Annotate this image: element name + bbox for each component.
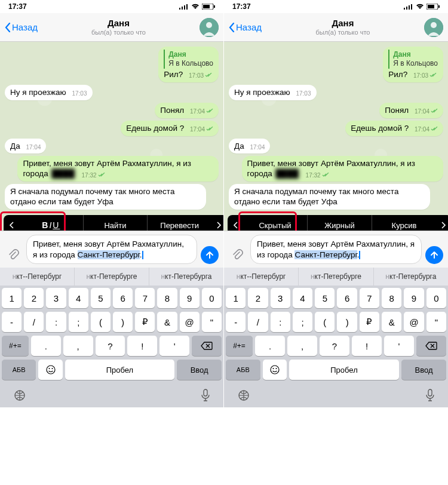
key-rparen[interactable]: ) [113,312,133,332]
key-enter[interactable]: Ввод [177,360,222,380]
key-quote[interactable]: " [202,312,222,332]
key-3[interactable]: 3 [46,288,66,308]
key-question[interactable]: ? [320,336,349,356]
key-semicolon[interactable]: ; [69,312,88,332]
globe-button[interactable] [13,389,26,402]
message-in[interactable]: Ну я проезжаю 17:03 [5,85,93,100]
globe-button[interactable] [237,389,250,402]
key-4[interactable]: 4 [293,288,312,308]
key-rparen[interactable]: ) [337,312,357,332]
message-out[interactable]: Понял 17:04 [379,103,443,118]
context-item-find[interactable]: Найти [83,215,148,231]
key-symbols[interactable]: #+= [2,336,29,356]
key-apostrophe[interactable]: ' [384,336,414,356]
message-in[interactable]: Да 17:04 [229,139,270,154]
key-9[interactable]: 9 [180,288,200,308]
context-menu-next[interactable] [436,222,448,229]
suggestion[interactable]: нкт-Петербурге [75,268,149,286]
key-at[interactable]: @ [180,312,200,332]
key-period[interactable]: . [31,336,61,356]
message-in[interactable]: Я сначала подумал почему так много места… [229,184,430,210]
key-dash[interactable]: - [2,312,22,332]
key-symbols[interactable]: #+= [226,336,253,356]
message-out[interactable]: Едешь домой ? 17:04 [345,121,443,136]
key-apostrophe[interactable]: ' [159,336,189,356]
message-input[interactable]: Привет, меня зовут Артём Рахматуллин, я … [250,235,422,264]
key-quote[interactable]: " [426,312,446,332]
message-input[interactable]: Привет, меня зовут Артём Рахматуллин, я … [26,235,197,264]
key-exclaim[interactable]: ! [127,336,157,356]
message-out[interactable]: Привет, меня зовут Артём Рахматуллин, я … [17,156,219,182]
key-5[interactable]: 5 [91,288,111,308]
key-colon[interactable]: : [271,312,290,332]
avatar[interactable] [424,18,443,37]
context-menu[interactable]: BIU Найти Перевести [4,215,223,231]
message-in[interactable]: Да 17:04 [5,139,46,154]
key-2[interactable]: 2 [24,288,44,308]
key-lparen[interactable]: ( [91,312,111,332]
key-period[interactable]: . [255,336,285,356]
attach-button[interactable] [229,246,247,264]
suggestion[interactable]: нкт-Петербурге [299,268,373,286]
key-7[interactable]: 7 [360,288,379,308]
send-button[interactable] [201,246,219,264]
suggestion[interactable]: нкт-Петербурга [374,268,448,286]
chat-title-wrap[interactable]: Даня был(а) только что [316,19,370,36]
back-button[interactable]: Назад [5,22,38,32]
chat-area[interactable]: Даня Я в Кольцово Рил? 17:03 Ну я проезж… [0,42,223,231]
key-lparen[interactable]: ( [315,312,335,332]
key-9[interactable]: 9 [404,288,424,308]
key-0[interactable]: 0 [426,288,446,308]
key-3[interactable]: 3 [271,288,290,308]
key-5[interactable]: 5 [315,288,335,308]
send-button[interactable] [425,246,443,264]
message-out-reply[interactable]: Даня Я в Кольцово Рил? 17:03 [158,47,219,82]
key-enter[interactable]: Ввод [401,360,446,380]
suggestion[interactable]: нкт-Петербурга [149,268,223,286]
key-exclaim[interactable]: ! [352,336,382,356]
message-out-reply[interactable]: Даня Я в Кольцово Рил? 17:03 [383,47,443,82]
suggestion[interactable]: ннкт--Петербургкт--Петербург [0,268,75,286]
key-semicolon[interactable]: ; [293,312,312,332]
key-space[interactable]: Пробел [289,360,399,380]
key-emoji[interactable] [38,360,62,380]
key-0[interactable]: 0 [202,288,222,308]
key-comma[interactable]: , [63,336,93,356]
key-dash[interactable]: - [226,312,246,332]
key-abv[interactable]: АБВ [2,360,36,380]
key-slash[interactable]: / [24,312,44,332]
context-item-translate[interactable]: Перевести [147,215,211,231]
key-space[interactable]: Пробел [65,360,175,380]
key-amp[interactable]: & [157,312,177,332]
key-slash[interactable]: / [248,312,268,332]
dictation-button[interactable] [201,389,210,402]
context-menu-next[interactable] [211,222,223,229]
avatar[interactable] [200,18,219,37]
key-emoji[interactable] [263,360,287,380]
key-6[interactable]: 6 [113,288,133,308]
chat-area[interactable]: Даня Я в Кольцово Рил? 17:03 Ну я проезж… [224,42,448,231]
key-colon[interactable]: : [46,312,66,332]
key-4[interactable]: 4 [69,288,88,308]
context-item-format[interactable]: BIU [19,215,83,231]
key-backspace[interactable] [192,336,222,356]
context-menu-prev[interactable] [228,222,243,229]
context-item-spoiler[interactable]: Скрытый [243,215,307,231]
key-abv[interactable]: АБВ [226,360,260,380]
key-ruble[interactable]: ₽ [360,312,379,332]
message-out[interactable]: Едешь домой ? 17:04 [121,121,219,136]
context-item-bold[interactable]: Жирный [307,215,372,231]
key-8[interactable]: 8 [157,288,177,308]
key-backspace[interactable] [416,336,446,356]
key-amp[interactable]: & [382,312,401,332]
key-8[interactable]: 8 [382,288,401,308]
key-6[interactable]: 6 [337,288,357,308]
key-2[interactable]: 2 [248,288,268,308]
key-ruble[interactable]: ₽ [135,312,155,332]
chat-title-wrap[interactable]: Даня был(а) только что [91,19,146,36]
context-item-italic[interactable]: Курсив [372,215,436,231]
suggestion[interactable]: нкт--Петербург [224,268,299,286]
context-menu[interactable]: Скрытый Жирный Курсив [228,215,448,231]
key-comma[interactable]: , [287,336,317,356]
message-in[interactable]: Ну я проезжаю 17:03 [229,85,317,100]
